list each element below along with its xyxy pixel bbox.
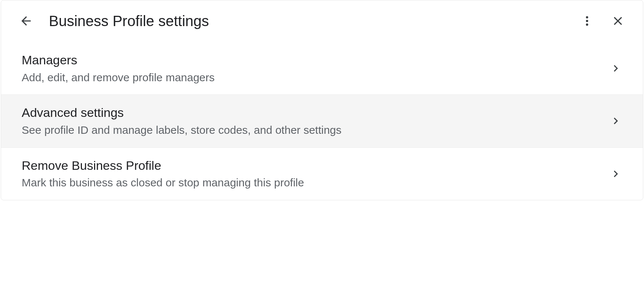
list-item-text: Managers Add, edit, and remove profile m… <box>22 53 600 84</box>
settings-list: Managers Add, edit, and remove profile m… <box>1 42 643 200</box>
settings-panel: Business Profile settings Managers <box>1 0 643 200</box>
header: Business Profile settings <box>1 0 643 42</box>
svg-point-0 <box>586 16 588 18</box>
back-button[interactable] <box>14 9 38 33</box>
svg-point-2 <box>586 24 588 26</box>
chevron-right-icon <box>609 62 622 75</box>
page-title: Business Profile settings <box>49 13 209 29</box>
list-item-title: Remove Business Profile <box>22 158 600 173</box>
list-item-desc: Mark this business as closed or stop man… <box>22 176 600 190</box>
list-item-desc: See profile ID and manage labels, store … <box>22 123 600 137</box>
list-item-title: Managers <box>22 53 600 68</box>
arrow-left-icon <box>19 14 33 28</box>
close-button[interactable] <box>606 9 630 33</box>
list-item-text: Advanced settings See profile ID and man… <box>22 105 600 137</box>
close-icon <box>611 14 625 28</box>
list-item-advanced-settings[interactable]: Advanced settings See profile ID and man… <box>1 94 643 147</box>
more-button[interactable] <box>575 9 599 33</box>
chevron-right-icon <box>609 114 622 128</box>
list-item-title: Advanced settings <box>22 105 600 120</box>
more-vert-icon <box>581 15 593 27</box>
list-item-desc: Add, edit, and remove profile managers <box>22 71 600 85</box>
list-item-text: Remove Business Profile Mark this busine… <box>22 158 600 190</box>
svg-point-1 <box>586 20 588 22</box>
list-item-remove-profile[interactable]: Remove Business Profile Mark this busine… <box>1 147 643 200</box>
chevron-right-icon <box>609 167 622 180</box>
list-item-managers[interactable]: Managers Add, edit, and remove profile m… <box>1 42 643 94</box>
